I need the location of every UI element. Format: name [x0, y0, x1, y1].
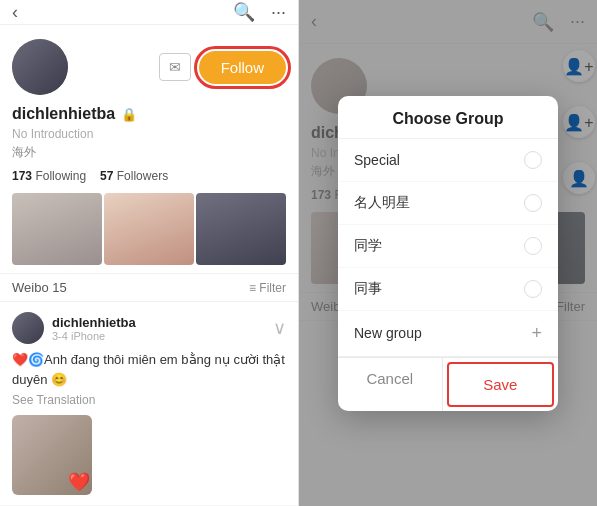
- post-info: 3-4 iPhone: [52, 330, 265, 342]
- username-row: dichlenhietba 🔒: [0, 105, 298, 125]
- username: dichlenhietba: [12, 105, 115, 123]
- modal-overlay: Choose Group Special 名人明星 同学 同事 New grou…: [299, 0, 597, 506]
- modal-title: Choose Group: [338, 96, 558, 139]
- new-group-item[interactable]: New group +: [338, 311, 558, 357]
- post-item: dichlenhietba 3-4 iPhone ∨ ❤️🌀Anh đang t…: [0, 302, 298, 506]
- right-panel: ‹ 🔍 ··· dichl No Introduction 海外 173 Fol…: [299, 0, 597, 506]
- profile-actions: ✉ Follow: [78, 51, 286, 84]
- weibo-bar: Weibo 15 ≡ Filter: [0, 273, 298, 302]
- group-item-label: 同事: [354, 280, 382, 298]
- post-header: dichlenhietba 3-4 iPhone ∨: [12, 312, 286, 344]
- radio-circle: [524, 237, 542, 255]
- photo-2[interactable]: [104, 193, 194, 265]
- filter-button[interactable]: ≡ Filter: [249, 281, 286, 295]
- new-group-label: New group: [354, 325, 422, 341]
- followers-stat: 57 Followers: [100, 169, 168, 183]
- group-item-label: Special: [354, 152, 400, 168]
- group-item[interactable]: Special: [338, 139, 558, 182]
- see-translation[interactable]: See Translation: [12, 393, 286, 407]
- message-button[interactable]: ✉: [159, 53, 191, 81]
- group-item[interactable]: 同学: [338, 225, 558, 268]
- post-content: ❤️🌀Anh đang thôi miên em bằng nụ cười th…: [12, 350, 286, 389]
- photo-1[interactable]: [12, 193, 102, 265]
- radio-circle: [524, 194, 542, 212]
- photo-grid: [0, 193, 298, 265]
- weibo-label: Weibo 15: [12, 280, 67, 295]
- radio-circle: [524, 151, 542, 169]
- avatar: [12, 39, 68, 95]
- post-meta: dichlenhietba 3-4 iPhone: [52, 315, 265, 342]
- verified-icon: 🔒: [121, 107, 137, 122]
- post-avatar: [12, 312, 44, 344]
- left-panel: ‹ 🔍 ··· ✉ Follow dichlenhietba 🔒 No Intr…: [0, 0, 299, 506]
- follow-stats: 173 Following 57 Followers: [0, 165, 298, 193]
- photo-3[interactable]: [196, 193, 286, 265]
- group-item[interactable]: 名人明星: [338, 182, 558, 225]
- location-text: 海外: [0, 143, 298, 165]
- search-icon[interactable]: 🔍: [233, 1, 255, 23]
- post-username: dichlenhietba: [52, 315, 265, 330]
- radio-circle: [524, 280, 542, 298]
- following-stat: 173 Following: [12, 169, 86, 183]
- group-item[interactable]: 同事: [338, 268, 558, 311]
- left-top-bar: ‹ 🔍 ···: [0, 0, 298, 25]
- group-list: Special 名人明星 同学 同事: [338, 139, 558, 311]
- follow-button[interactable]: Follow: [199, 51, 286, 84]
- back-icon[interactable]: ‹: [12, 2, 18, 23]
- group-item-label: 名人明星: [354, 194, 410, 212]
- cancel-button[interactable]: Cancel: [338, 358, 443, 411]
- group-item-label: 同学: [354, 237, 382, 255]
- plus-icon: +: [531, 323, 542, 344]
- modal-actions: Cancel Save: [338, 357, 558, 411]
- bio-text: No Introduction: [0, 125, 298, 143]
- choose-group-modal: Choose Group Special 名人明星 同学 同事 New grou…: [338, 96, 558, 411]
- post-image[interactable]: ❤️: [12, 415, 92, 495]
- emoji-overlay: ❤️: [68, 471, 90, 493]
- top-bar-right: 🔍 ···: [233, 1, 286, 23]
- save-button[interactable]: Save: [447, 362, 555, 407]
- more-icon[interactable]: ···: [271, 2, 286, 23]
- expand-icon[interactable]: ∨: [273, 317, 286, 339]
- profile-section: ✉ Follow: [0, 25, 298, 105]
